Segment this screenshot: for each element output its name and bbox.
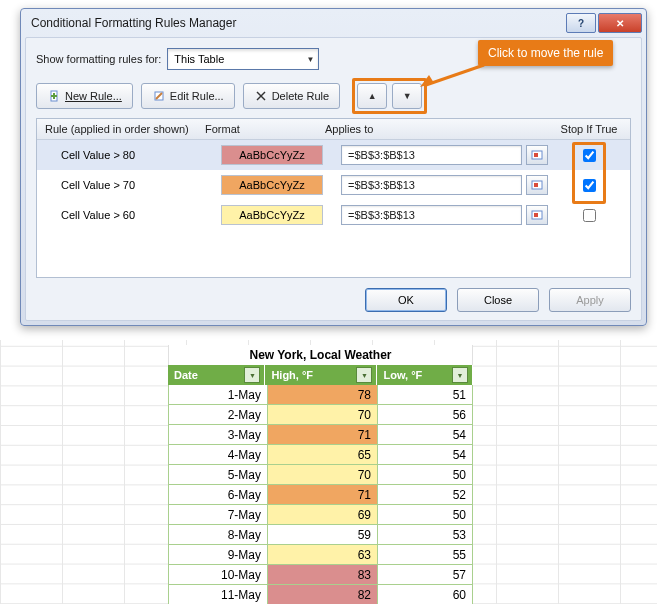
dialog-title: Conditional Formatting Rules Manager — [31, 16, 236, 30]
rules-list: Rule (applied in order shown) Format App… — [36, 118, 631, 278]
cell-high[interactable]: 59 — [268, 525, 378, 545]
new-rule-label: New Rule... — [65, 90, 122, 102]
cell-date[interactable]: 10-May — [168, 565, 268, 585]
new-rule-button[interactable]: New Rule... — [36, 83, 133, 109]
applies-to-input[interactable]: =$B$3:$B$13 — [341, 175, 522, 195]
table-row[interactable]: 5-May7050 — [168, 465, 473, 485]
svg-rect-10 — [534, 183, 538, 187]
dialog-titlebar[interactable]: Conditional Formatting Rules Manager ? ✕ — [21, 9, 646, 37]
cell-date[interactable]: 4-May — [168, 445, 268, 465]
table-row[interactable]: 9-May6355 — [168, 545, 473, 565]
table-row[interactable]: 8-May5953 — [168, 525, 473, 545]
rule-format-preview: AaBbCcYyZz — [221, 175, 323, 195]
edit-rule-button[interactable]: Edit Rule... — [141, 83, 235, 109]
table-row[interactable]: 3-May7154 — [168, 425, 473, 445]
cell-low[interactable]: 51 — [378, 385, 473, 405]
stop-if-true-highlight — [572, 142, 606, 204]
cell-high[interactable]: 69 — [268, 505, 378, 525]
cell-date[interactable]: 9-May — [168, 545, 268, 565]
col-header-low[interactable]: Low, °F▼ — [377, 365, 473, 385]
table-row[interactable]: 1-May7851 — [168, 385, 473, 405]
cell-high[interactable]: 65 — [268, 445, 378, 465]
rule-row[interactable]: Cell Value > 80AaBbCcYyZz=$B$3:$B$13 — [37, 140, 630, 170]
cell-low[interactable]: 50 — [378, 465, 473, 485]
delete-rule-button[interactable]: Delete Rule — [243, 83, 340, 109]
range-picker-button[interactable] — [526, 175, 548, 195]
cell-low[interactable]: 54 — [378, 445, 473, 465]
rule-row[interactable]: Cell Value > 70AaBbCcYyZz=$B$3:$B$13 — [37, 170, 630, 200]
rule-format-preview: AaBbCcYyZz — [221, 205, 323, 225]
table-row[interactable]: 7-May6950 — [168, 505, 473, 525]
col-header-high[interactable]: High, °F▼ — [265, 365, 377, 385]
col-stop: Stop If True — [548, 123, 630, 135]
delete-rule-label: Delete Rule — [272, 90, 329, 102]
range-picker-button[interactable] — [526, 145, 548, 165]
cell-date[interactable]: 6-May — [168, 485, 268, 505]
cell-date[interactable]: 8-May — [168, 525, 268, 545]
table-title: New York, Local Weather — [168, 345, 473, 365]
rule-name: Cell Value > 70 — [37, 179, 221, 191]
arrow-down-icon: ▼ — [403, 91, 412, 101]
show-for-select[interactable]: This Table ▼ — [167, 48, 319, 70]
table-row[interactable]: 10-May8357 — [168, 565, 473, 585]
cell-low[interactable]: 56 — [378, 405, 473, 425]
rule-format-preview: AaBbCcYyZz — [221, 145, 323, 165]
callout-tooltip: Click to move the rule — [478, 40, 613, 66]
cell-high[interactable]: 71 — [268, 425, 378, 445]
col-format: Format — [205, 123, 325, 135]
cell-date[interactable]: 5-May — [168, 465, 268, 485]
table-row[interactable]: 2-May7056 — [168, 405, 473, 425]
cell-low[interactable]: 52 — [378, 485, 473, 505]
cell-low[interactable]: 54 — [378, 425, 473, 445]
cell-low[interactable]: 53 — [378, 525, 473, 545]
close-button[interactable]: Close — [457, 288, 539, 312]
cell-high[interactable]: 78 — [268, 385, 378, 405]
cell-low[interactable]: 55 — [378, 545, 473, 565]
filter-icon[interactable]: ▼ — [452, 367, 468, 383]
edit-rule-label: Edit Rule... — [170, 90, 224, 102]
cell-high[interactable]: 83 — [268, 565, 378, 585]
cell-date[interactable]: 11-May — [168, 585, 268, 604]
range-picker-button[interactable] — [526, 205, 548, 225]
new-rule-icon — [47, 89, 61, 103]
cell-date[interactable]: 2-May — [168, 405, 268, 425]
show-for-label: Show formatting rules for: — [36, 53, 161, 65]
filter-icon[interactable]: ▼ — [356, 367, 372, 383]
rules-header: Rule (applied in order shown) Format App… — [37, 119, 630, 140]
svg-rect-8 — [534, 153, 538, 157]
cell-high[interactable]: 82 — [268, 585, 378, 604]
table-row[interactable]: 4-May6554 — [168, 445, 473, 465]
move-down-button[interactable]: ▼ — [392, 83, 422, 109]
cell-date[interactable]: 3-May — [168, 425, 268, 445]
applies-to-input[interactable]: =$B$3:$B$13 — [341, 145, 522, 165]
cell-high[interactable]: 63 — [268, 545, 378, 565]
rule-row[interactable]: Cell Value > 60AaBbCcYyZz=$B$3:$B$13 — [37, 200, 630, 230]
col-applies: Applies to — [325, 123, 548, 135]
cell-high[interactable]: 70 — [268, 405, 378, 425]
close-x-button[interactable]: ✕ — [598, 13, 642, 33]
arrow-up-icon: ▲ — [368, 91, 377, 101]
move-up-button[interactable]: ▲ — [357, 83, 387, 109]
cell-date[interactable]: 1-May — [168, 385, 268, 405]
cell-high[interactable]: 70 — [268, 465, 378, 485]
svg-rect-12 — [534, 213, 538, 217]
cell-low[interactable]: 57 — [378, 565, 473, 585]
table-row[interactable]: 6-May7152 — [168, 485, 473, 505]
delete-icon — [254, 89, 268, 103]
table-header-row: Date▼ High, °F▼ Low, °F▼ — [168, 365, 473, 385]
cell-low[interactable]: 50 — [378, 505, 473, 525]
svg-rect-2 — [51, 95, 57, 97]
stop-if-true-checkbox[interactable] — [583, 209, 596, 222]
cell-date[interactable]: 7-May — [168, 505, 268, 525]
help-button[interactable]: ? — [566, 13, 596, 33]
cell-high[interactable]: 71 — [268, 485, 378, 505]
filter-icon[interactable]: ▼ — [244, 367, 260, 383]
applies-to-input[interactable]: =$B$3:$B$13 — [341, 205, 522, 225]
ok-button[interactable]: OK — [365, 288, 447, 312]
edit-rule-icon — [152, 89, 166, 103]
table-row[interactable]: 11-May8260 — [168, 585, 473, 604]
cell-low[interactable]: 60 — [378, 585, 473, 604]
col-header-date[interactable]: Date▼ — [168, 365, 265, 385]
dropdown-icon: ▼ — [306, 55, 314, 64]
apply-button[interactable]: Apply — [549, 288, 631, 312]
